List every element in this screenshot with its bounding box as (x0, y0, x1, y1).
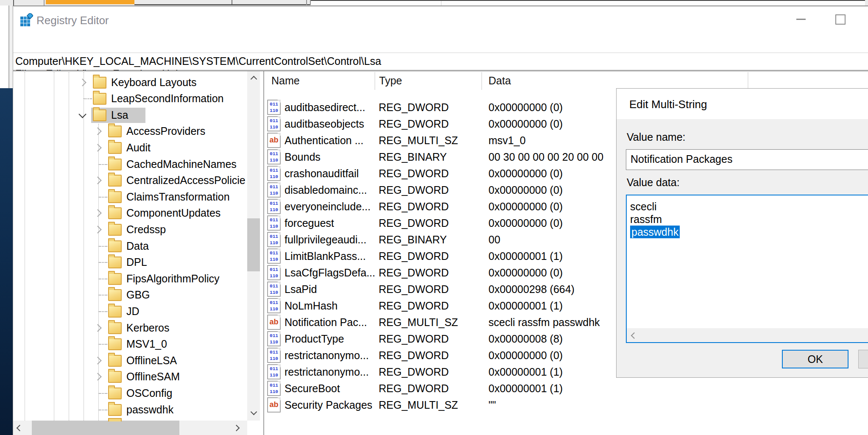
column-header-name[interactable]: Name (271, 75, 300, 87)
value-data-line-selected[interactable]: passwdhk (630, 226, 680, 239)
chevron-right-icon[interactable] (78, 78, 86, 86)
chevron-right-icon[interactable] (94, 209, 101, 217)
tree-item-data[interactable]: Data (13, 238, 247, 254)
tree-connector-dots (99, 295, 107, 296)
chevron-right-icon[interactable] (94, 226, 101, 233)
maximize-icon (835, 14, 846, 25)
folder-icon (108, 175, 122, 187)
tree-item-msv1-0[interactable]: MSV1_0 (13, 336, 247, 352)
value-type-cell: REG_DWORD (379, 283, 449, 296)
address-input[interactable] (15, 54, 821, 68)
tree-item-dpl[interactable]: DPL (13, 254, 247, 270)
value-data-cell: 0x00000000 (0) (488, 267, 563, 279)
folder-icon (108, 355, 122, 367)
value-name-cell: restrictanonymo... (285, 349, 369, 362)
dword-value-icon: 011110 (267, 282, 281, 297)
tree-item-accessproviders[interactable]: AccessProviders (13, 123, 247, 139)
scroll-up-icon[interactable] (251, 76, 257, 83)
column-separator[interactable] (374, 72, 375, 90)
dword-value-icon: 011110 (267, 199, 281, 214)
value-data-line[interactable]: scecli (630, 201, 657, 213)
tree-item-keyboard-layouts[interactable]: Keyboard Layouts (13, 74, 247, 91)
tree-item-credssp[interactable]: Credssp (13, 221, 247, 238)
folder-icon (108, 322, 122, 334)
chevron-right-icon[interactable] (94, 357, 101, 364)
chevron-right-icon[interactable] (94, 176, 101, 184)
chevron-right-icon[interactable] (94, 127, 101, 135)
address-bar[interactable] (13, 53, 868, 70)
background-gap (9, 6, 13, 88)
scroll-right-icon[interactable] (233, 425, 240, 432)
tree-connector-dots (99, 410, 107, 410)
value-data-line[interactable]: rassfm (630, 213, 662, 226)
tree-item-kerberos[interactable]: Kerberos (13, 320, 247, 336)
tree-item-osconfig[interactable]: OSConfig (13, 385, 247, 402)
registry-editor-icon (20, 13, 33, 27)
tree-item-claimstransformation[interactable]: ClaimsTransformation (13, 189, 247, 205)
value-data-cell: 0x00000000 (0) (488, 201, 563, 213)
tree-item-audit[interactable]: Audit (13, 139, 247, 156)
tree-item-gbg[interactable]: GBG (13, 287, 247, 303)
tree-item-label: GBG (126, 289, 150, 301)
ok-button[interactable]: OK (782, 350, 848, 368)
dword-value-icon: 011110 (267, 166, 281, 181)
folder-icon (108, 159, 122, 170)
value-data-cell: 0x00000000 (0) (488, 167, 563, 180)
tree-item-cachedmachinenames[interactable]: CachedMachineNames (13, 156, 247, 173)
tree-item-label: FipsAlgorithmPolicy (126, 273, 220, 285)
folder-icon (93, 93, 106, 105)
background-fragment-line (441, 1, 441, 6)
tree-item-offlinesam[interactable]: OfflineSAM (13, 368, 247, 385)
tree-connector-dots (99, 164, 107, 165)
chevron-down-icon[interactable] (78, 110, 86, 118)
table-row[interactable]: abSecurity PackagesREG_MULTI_SZ"" (264, 396, 868, 413)
tree-item-leapsecondinformation[interactable]: LeapSecondInformation (13, 90, 247, 107)
dword-value-icon: 011110 (267, 232, 281, 247)
tree-horizontal-scrollbar-thumb[interactable] (32, 421, 179, 435)
value-name-field[interactable] (626, 149, 868, 170)
chevron-right-icon[interactable] (94, 324, 101, 332)
tree-horizontal-scrollbar[interactable] (13, 421, 247, 435)
value-name-cell: Bounds (285, 151, 321, 163)
tree-item-lsa[interactable]: Lsa (13, 107, 247, 123)
chevron-right-icon[interactable] (94, 144, 101, 151)
tree-item-label: Data (126, 240, 149, 252)
folder-icon (108, 257, 122, 268)
value-name-label: Value name: (627, 131, 686, 143)
tree-item-passwdhk[interactable]: passwdhk (13, 402, 247, 418)
value-name-cell: Authentication ... (285, 134, 363, 147)
column-separator[interactable] (748, 72, 748, 90)
tree-vertical-scrollbar-thumb[interactable] (247, 218, 260, 271)
tree-vertical-scrollbar[interactable] (247, 71, 260, 421)
value-name-cell: SecureBoot (285, 382, 340, 395)
tree-item-offlinelsa[interactable]: OfflineLSA (13, 352, 247, 369)
scroll-down-icon[interactable] (251, 409, 257, 415)
background-fragment-line (44, 0, 45, 6)
scroll-left-icon[interactable] (17, 425, 23, 432)
table-row[interactable]: 011110SecureBootREG_DWORD0x00000001 (1) (264, 380, 868, 396)
column-header-type[interactable]: Type (379, 75, 402, 87)
value-data-cell: 0x00000298 (664) (488, 283, 575, 296)
value-name-cell: fullprivilegeaudi... (285, 234, 366, 246)
value-data-scrollbar[interactable] (627, 328, 868, 342)
tree-item-componentupdates[interactable]: ComponentUpdates (13, 205, 247, 221)
cancel-button-partial[interactable] (858, 350, 868, 368)
column-header-data[interactable]: Data (488, 75, 511, 87)
value-type-cell: REG_MULTI_SZ (379, 399, 458, 411)
value-name-input[interactable] (631, 153, 868, 165)
tree-connector-dots (84, 98, 92, 99)
tree-item-centralizedaccesspolicie[interactable]: CentralizedAccessPolicie (13, 172, 247, 189)
tree-connector-dots (99, 393, 107, 394)
edit-multi-string-dialog: Edit Multi-String Value name: Value data… (616, 88, 868, 378)
tree-item-jd[interactable]: JD (13, 303, 247, 320)
column-separator[interactable] (481, 72, 482, 90)
value-type-cell: REG_DWORD (379, 118, 449, 130)
value-data-cell: 0x00000001 (1) (488, 382, 563, 395)
tree-item-label: CachedMachineNames (126, 158, 237, 170)
tree-item-label: Keyboard Layouts (111, 76, 197, 89)
value-data-textarea[interactable]: sceclirassfmpasswdhk (626, 195, 868, 343)
chevron-right-icon[interactable] (94, 373, 101, 380)
scroll-left-icon[interactable] (631, 332, 638, 339)
tree-item-fipsalgorithmpolicy[interactable]: FipsAlgorithmPolicy (13, 270, 247, 287)
tree-item-label: DPL (126, 256, 147, 268)
